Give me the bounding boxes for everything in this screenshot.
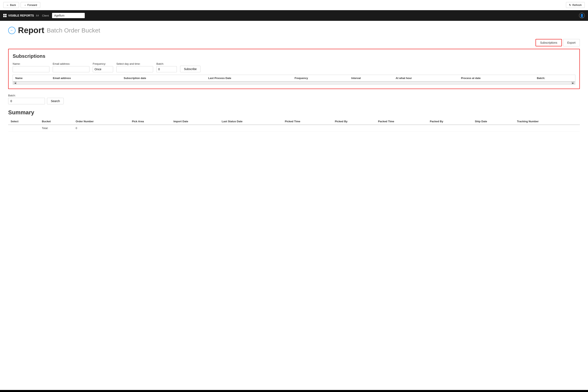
col-name: Name xyxy=(13,75,50,82)
col-batch: Batch: xyxy=(534,75,575,82)
total-empty-9 xyxy=(427,125,472,132)
batch-form-input[interactable] xyxy=(156,66,177,72)
col-sub-date: Subscription date xyxy=(121,75,206,82)
name-input[interactable] xyxy=(13,66,50,72)
col-packed-by: Packed By xyxy=(427,118,472,125)
batch-row: Search xyxy=(8,98,580,104)
total-label: Total: xyxy=(40,125,73,132)
total-empty-1 xyxy=(8,125,40,132)
scroll-left-arrow[interactable]: ◀ xyxy=(14,82,16,84)
col-picked-by: Picked By xyxy=(332,118,376,125)
main-content: ← Report Batch Order Bucket Subscription… xyxy=(0,21,588,390)
col-hour: At what hour xyxy=(393,75,458,82)
forward-button[interactable]: → Forward xyxy=(20,2,40,8)
total-value: 0 xyxy=(73,125,130,132)
app-name: VISIBLE REPORTS xyxy=(8,14,34,17)
client-label: Client xyxy=(42,14,49,17)
scroll-right-arrow[interactable]: ▶ xyxy=(572,82,574,84)
col-email: Email address xyxy=(50,75,121,82)
select-day-field-group: Select day and time: xyxy=(116,62,153,72)
select-day-label: Select day and time: xyxy=(116,62,153,65)
table-horizontal-scrollbar[interactable]: ◀ ▶ xyxy=(13,82,575,84)
app-logo: VISIBLE REPORTS 3.0 xyxy=(3,14,39,17)
col-picked-time: Picked Time xyxy=(282,118,332,125)
export-tab-button[interactable]: Export xyxy=(563,39,580,46)
page-title-main: Report xyxy=(18,26,44,35)
total-empty-11 xyxy=(514,125,580,132)
subscription-form: Name: Email address: Frequency: Select d… xyxy=(13,62,575,72)
user-avatar[interactable]: 👤 xyxy=(579,13,585,18)
select-day-input[interactable] xyxy=(116,66,153,72)
total-empty-10 xyxy=(472,125,514,132)
frequency-label: Frequency: xyxy=(93,62,113,65)
table-header-row: Name Email address Subscription date Las… xyxy=(13,75,575,82)
total-empty-3 xyxy=(130,125,171,132)
summary-section: Summary Select Bucket Order Number Pick … xyxy=(8,109,580,132)
col-order-number: Order Number xyxy=(73,118,130,125)
email-field-group: Email address: xyxy=(53,62,90,72)
page-back-button[interactable]: ← xyxy=(8,27,16,34)
col-process-date: Process at date xyxy=(458,75,534,82)
batch-section-input[interactable] xyxy=(8,98,45,104)
refresh-button[interactable]: ↻ Refresh xyxy=(566,2,585,8)
col-bucket: Bucket xyxy=(40,118,73,125)
forward-label: Forward xyxy=(27,4,37,6)
page-title-row: ← Report Batch Order Bucket xyxy=(8,26,580,35)
summary-total-row: Total: 0 xyxy=(8,125,580,132)
col-tracking-number: Tracking Number xyxy=(514,118,580,125)
page-title-sub: Batch Order Bucket xyxy=(47,27,100,34)
batch-form-label: Batch: xyxy=(156,62,177,65)
header-bar: VISIBLE REPORTS 3.0 Client 👤 xyxy=(0,10,588,21)
subscriptions-title: Subscriptions xyxy=(13,53,575,59)
summary-header-row: Select Bucket Order Number Pick Area Imp… xyxy=(8,118,580,125)
search-label: Search xyxy=(51,100,60,103)
name-label: Name: xyxy=(13,62,50,65)
total-empty-5 xyxy=(219,125,282,132)
top-bar: ← Back → Forward ↻ Refresh xyxy=(0,0,588,10)
col-last-process: Last Process Date xyxy=(206,75,292,82)
col-ship-date: Ship Date xyxy=(472,118,514,125)
export-tab-label: Export xyxy=(568,41,576,44)
col-pick-area: Pick Area xyxy=(130,118,171,125)
col-packed-time: Packed Time xyxy=(376,118,428,125)
batch-section-label: Batch: xyxy=(8,94,580,97)
email-label: Email address: xyxy=(53,62,90,65)
name-field-group: Name: xyxy=(13,62,50,72)
back-arrow-icon: ← xyxy=(6,4,9,6)
col-interval: Interval xyxy=(349,75,393,82)
subscribe-button[interactable]: Subscribe xyxy=(180,66,200,72)
col-select: Select xyxy=(8,118,40,125)
total-empty-6 xyxy=(282,125,332,132)
back-label: Back xyxy=(10,4,16,6)
subscriptions-table-scroll[interactable]: Name Email address Subscription date Las… xyxy=(13,75,575,82)
header-left: VISIBLE REPORTS 3.0 Client xyxy=(3,13,85,18)
subscriptions-table: Name Email address Subscription date Las… xyxy=(13,75,575,82)
app-version: 3.0 xyxy=(36,14,39,17)
col-last-status-date: Last Status Date xyxy=(219,118,282,125)
subscriptions-tab-button[interactable]: Subscriptions xyxy=(536,39,562,46)
search-button[interactable]: Search xyxy=(47,98,64,104)
frequency-field-group: Frequency: xyxy=(93,62,113,72)
total-empty-7 xyxy=(332,125,376,132)
refresh-icon: ↻ xyxy=(569,4,571,6)
batch-section: Batch: Search xyxy=(8,94,580,104)
total-empty-4 xyxy=(171,125,219,132)
back-button[interactable]: ← Back xyxy=(3,2,19,8)
col-frequency: Frequency xyxy=(292,75,349,82)
refresh-label: Refresh xyxy=(572,4,582,6)
email-input[interactable] xyxy=(53,66,90,72)
nav-buttons: ← Back → Forward xyxy=(3,2,40,8)
col-import-date: Import Date xyxy=(171,118,219,125)
forward-arrow-icon: → xyxy=(24,4,26,6)
action-buttons: Subscriptions Export xyxy=(8,39,580,46)
subscribe-label: Subscribe xyxy=(184,68,196,71)
total-empty-8 xyxy=(376,125,428,132)
batch-field-group: Batch: xyxy=(156,62,177,72)
frequency-input[interactable] xyxy=(93,66,113,72)
subscriptions-tab-label: Subscriptions xyxy=(540,41,557,44)
summary-title: Summary xyxy=(8,109,580,116)
summary-table: Select Bucket Order Number Pick Area Imp… xyxy=(8,118,580,132)
client-input[interactable] xyxy=(52,13,85,18)
subscriptions-panel: Subscriptions Name: Email address: Frequ… xyxy=(8,49,580,89)
subscriptions-table-container: Name Email address Subscription date Las… xyxy=(13,75,575,84)
